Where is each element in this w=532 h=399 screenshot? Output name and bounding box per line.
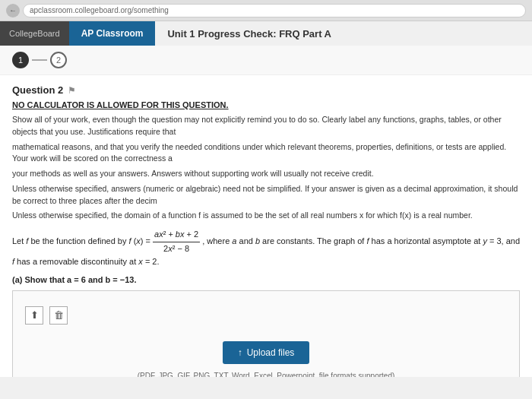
step-indicator: 1 2 [0, 46, 532, 75]
question-header: Question 2 ⚑ [12, 84, 520, 96]
upload-button-icon: ↑ [238, 347, 242, 358]
instruction-4: Unless otherwise specified, answers (num… [12, 183, 520, 207]
upload-note: (PDF, JPG, GIF, PNG, TXT, Word, Excel, P… [138, 372, 395, 377]
upload-icon-btn[interactable]: ⬆ [25, 306, 43, 325]
nav-tabs: CollegeBoard AP Classroom Unit 1 Progres… [0, 21, 532, 46]
problem-text: Let f be the function defined by f (x) =… [12, 228, 520, 269]
browser-back-button[interactable]: ← [6, 4, 20, 17]
page-title: Unit 1 Progress Check: FRQ Part A [167, 28, 331, 40]
step-2[interactable]: 2 [50, 52, 67, 68]
browser-url[interactable]: apclassroom.collegeboard.org/something [23, 4, 526, 17]
delete-icon: 🗑 [54, 309, 64, 321]
part-a-label: (a) Show that a = 6 and b = −13. [12, 275, 520, 284]
url-text: apclassroom.collegeboard.org/something [30, 6, 169, 14]
upload-area: ⬆ 🗑 ↑ Upload files (PDF, JPG, GIF, PNG, … [12, 290, 520, 377]
upload-center: ↑ Upload files (PDF, JPG, GIF, PNG, TXT,… [25, 334, 507, 377]
upload-files-button[interactable]: ↑ Upload files [223, 341, 310, 364]
upload-arrow-icon: ⬆ [30, 309, 39, 321]
instruction-1: Show all of your work, even though the q… [12, 114, 520, 138]
page-title-bar: Unit 1 Progress Check: FRQ Part A [155, 21, 532, 46]
step-1[interactable]: 1 [12, 52, 29, 68]
instruction-5: Unless otherwise specified, the domain o… [12, 210, 520, 222]
flag-icon[interactable]: ⚑ [68, 85, 76, 96]
browser-bar: ← apclassroom.collegeboard.org/something [0, 0, 532, 21]
collegeboard-logo: CollegeBoard [0, 21, 69, 46]
question-title: Question 2 [12, 84, 63, 96]
main-content: Question 2 ⚑ NO CALCULATOR IS ALLOWED FO… [0, 75, 532, 377]
instruction-2: mathematical reasons, and that you verif… [12, 141, 520, 166]
step-line [32, 59, 47, 61]
no-calc-notice: NO CALCULATOR IS ALLOWED FOR THIS QUESTI… [12, 100, 520, 109]
tab-ap-classroom[interactable]: AP Classroom [69, 21, 156, 46]
upload-icons-row: ⬆ 🗑 [25, 306, 507, 325]
instruction-3: your methods as well as your answers. An… [12, 168, 520, 180]
delete-icon-btn[interactable]: 🗑 [49, 306, 68, 325]
